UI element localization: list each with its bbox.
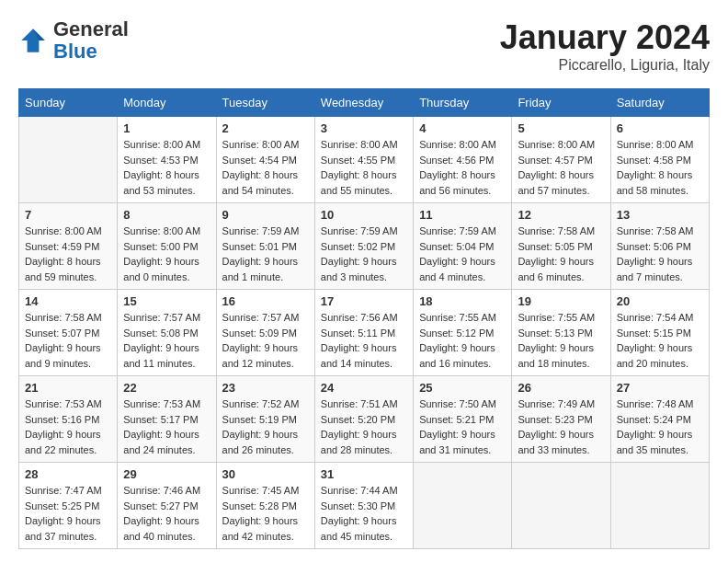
weekday-header-row: SundayMondayTuesdayWednesdayThursdayFrid… xyxy=(19,89,710,117)
calendar-week-row: 28Sunrise: 7:47 AM Sunset: 5:25 PM Dayli… xyxy=(19,463,710,549)
day-number: 14 xyxy=(25,294,111,308)
calendar-table: SundayMondayTuesdayWednesdayThursdayFrid… xyxy=(18,88,710,549)
day-info: Sunrise: 7:52 AM Sunset: 5:19 PM Dayligh… xyxy=(222,396,309,457)
day-info: Sunrise: 7:58 AM Sunset: 5:07 PM Dayligh… xyxy=(25,310,111,371)
day-info: Sunrise: 7:44 AM Sunset: 5:30 PM Dayligh… xyxy=(321,483,407,544)
day-info: Sunrise: 7:51 AM Sunset: 5:20 PM Dayligh… xyxy=(321,396,407,457)
calendar-day-cell: 14Sunrise: 7:58 AM Sunset: 5:07 PM Dayli… xyxy=(19,290,118,376)
location-subtitle: Piccarello, Liguria, Italy xyxy=(500,57,710,74)
calendar-day-cell: 27Sunrise: 7:48 AM Sunset: 5:24 PM Dayli… xyxy=(610,376,709,463)
day-number: 15 xyxy=(123,294,210,308)
day-info: Sunrise: 7:49 AM Sunset: 5:23 PM Dayligh… xyxy=(518,396,604,457)
day-info: Sunrise: 7:58 AM Sunset: 5:05 PM Dayligh… xyxy=(518,224,604,284)
day-info: Sunrise: 7:55 AM Sunset: 5:12 PM Dayligh… xyxy=(419,310,506,371)
weekday-header-cell: Saturday xyxy=(610,89,709,117)
calendar-day-cell: 20Sunrise: 7:54 AM Sunset: 5:15 PM Dayli… xyxy=(610,290,709,376)
day-number: 22 xyxy=(123,381,210,395)
calendar-day-cell: 3Sunrise: 8:00 AM Sunset: 4:55 PM Daylig… xyxy=(314,117,413,203)
page-header: General Blue January 2024 Piccarello, Li… xyxy=(18,18,710,74)
calendar-day-cell: 15Sunrise: 7:57 AM Sunset: 5:08 PM Dayli… xyxy=(118,290,216,376)
logo-text-general: General xyxy=(53,17,129,40)
day-info: Sunrise: 7:54 AM Sunset: 5:15 PM Dayligh… xyxy=(617,310,703,371)
weekday-header-cell: Friday xyxy=(512,89,610,117)
calendar-day-cell: 29Sunrise: 7:46 AM Sunset: 5:27 PM Dayli… xyxy=(118,463,216,549)
day-number: 6 xyxy=(617,121,703,135)
calendar-day-cell: 22Sunrise: 7:53 AM Sunset: 5:17 PM Dayli… xyxy=(118,376,216,463)
day-info: Sunrise: 7:58 AM Sunset: 5:06 PM Dayligh… xyxy=(617,224,703,284)
calendar-day-cell xyxy=(414,463,512,549)
logo: General Blue xyxy=(18,18,129,63)
day-number: 5 xyxy=(518,121,604,135)
calendar-day-cell: 16Sunrise: 7:57 AM Sunset: 5:09 PM Dayli… xyxy=(216,290,314,376)
day-info: Sunrise: 8:00 AM Sunset: 4:53 PM Dayligh… xyxy=(123,137,210,198)
calendar-day-cell xyxy=(610,463,709,549)
day-number: 20 xyxy=(617,294,703,308)
calendar-day-cell: 28Sunrise: 7:47 AM Sunset: 5:25 PM Dayli… xyxy=(19,463,118,549)
logo-icon xyxy=(18,26,48,55)
day-info: Sunrise: 7:46 AM Sunset: 5:27 PM Dayligh… xyxy=(123,483,210,544)
logo-text-blue: Blue xyxy=(53,40,97,63)
day-info: Sunrise: 8:00 AM Sunset: 4:55 PM Dayligh… xyxy=(321,137,407,198)
calendar-day-cell: 5Sunrise: 8:00 AM Sunset: 4:57 PM Daylig… xyxy=(512,117,610,203)
calendar-day-cell: 18Sunrise: 7:55 AM Sunset: 5:12 PM Dayli… xyxy=(414,290,512,376)
day-info: Sunrise: 7:59 AM Sunset: 5:02 PM Dayligh… xyxy=(321,224,407,284)
calendar-week-row: 1Sunrise: 8:00 AM Sunset: 4:53 PM Daylig… xyxy=(19,117,710,203)
calendar-day-cell: 4Sunrise: 8:00 AM Sunset: 4:56 PM Daylig… xyxy=(414,117,512,203)
day-number: 16 xyxy=(222,294,309,308)
day-number: 18 xyxy=(419,294,506,308)
day-info: Sunrise: 7:47 AM Sunset: 5:25 PM Dayligh… xyxy=(25,483,111,544)
day-info: Sunrise: 7:48 AM Sunset: 5:24 PM Dayligh… xyxy=(617,396,703,457)
calendar-day-cell: 9Sunrise: 7:59 AM Sunset: 5:01 PM Daylig… xyxy=(216,203,314,290)
day-number: 25 xyxy=(419,381,506,395)
calendar-week-row: 7Sunrise: 8:00 AM Sunset: 4:59 PM Daylig… xyxy=(19,203,710,290)
calendar-week-row: 14Sunrise: 7:58 AM Sunset: 5:07 PM Dayli… xyxy=(19,290,710,376)
day-number: 1 xyxy=(123,121,210,135)
day-number: 2 xyxy=(222,121,309,135)
day-info: Sunrise: 7:56 AM Sunset: 5:11 PM Dayligh… xyxy=(321,310,407,371)
weekday-header-cell: Monday xyxy=(118,89,216,117)
day-info: Sunrise: 8:00 AM Sunset: 4:57 PM Dayligh… xyxy=(518,137,604,198)
day-number: 9 xyxy=(222,208,309,222)
day-number: 29 xyxy=(123,467,210,481)
weekday-header-cell: Tuesday xyxy=(216,89,314,117)
calendar-day-cell xyxy=(512,463,610,549)
calendar-day-cell: 19Sunrise: 7:55 AM Sunset: 5:13 PM Dayli… xyxy=(512,290,610,376)
calendar-day-cell: 25Sunrise: 7:50 AM Sunset: 5:21 PM Dayli… xyxy=(414,376,512,463)
day-number: 21 xyxy=(25,381,111,395)
calendar-day-cell: 12Sunrise: 7:58 AM Sunset: 5:05 PM Dayli… xyxy=(512,203,610,290)
day-number: 31 xyxy=(321,467,407,481)
day-number: 13 xyxy=(617,208,703,222)
day-number: 10 xyxy=(321,208,407,222)
calendar-body: 1Sunrise: 8:00 AM Sunset: 4:53 PM Daylig… xyxy=(19,117,710,549)
calendar-day-cell: 31Sunrise: 7:44 AM Sunset: 5:30 PM Dayli… xyxy=(314,463,413,549)
calendar-day-cell: 17Sunrise: 7:56 AM Sunset: 5:11 PM Dayli… xyxy=(314,290,413,376)
calendar-day-cell: 7Sunrise: 8:00 AM Sunset: 4:59 PM Daylig… xyxy=(19,203,118,290)
day-info: Sunrise: 8:00 AM Sunset: 4:54 PM Dayligh… xyxy=(222,137,309,198)
calendar-day-cell xyxy=(19,117,118,203)
day-info: Sunrise: 7:55 AM Sunset: 5:13 PM Dayligh… xyxy=(518,310,604,371)
day-number: 11 xyxy=(419,208,506,222)
day-info: Sunrise: 8:00 AM Sunset: 4:56 PM Dayligh… xyxy=(419,137,506,198)
calendar-day-cell: 6Sunrise: 8:00 AM Sunset: 4:58 PM Daylig… xyxy=(610,117,709,203)
title-block: January 2024 Piccarello, Liguria, Italy xyxy=(500,18,710,74)
calendar-day-cell: 2Sunrise: 8:00 AM Sunset: 4:54 PM Daylig… xyxy=(216,117,314,203)
day-info: Sunrise: 8:00 AM Sunset: 5:00 PM Dayligh… xyxy=(123,224,210,284)
day-number: 17 xyxy=(321,294,407,308)
calendar-day-cell: 11Sunrise: 7:59 AM Sunset: 5:04 PM Dayli… xyxy=(414,203,512,290)
calendar-week-row: 21Sunrise: 7:53 AM Sunset: 5:16 PM Dayli… xyxy=(19,376,710,463)
day-info: Sunrise: 7:57 AM Sunset: 5:09 PM Dayligh… xyxy=(222,310,309,371)
day-number: 7 xyxy=(25,208,111,222)
day-number: 4 xyxy=(419,121,506,135)
day-info: Sunrise: 8:00 AM Sunset: 4:59 PM Dayligh… xyxy=(25,224,111,284)
day-number: 8 xyxy=(123,208,210,222)
calendar-day-cell: 23Sunrise: 7:52 AM Sunset: 5:19 PM Dayli… xyxy=(216,376,314,463)
calendar-day-cell: 24Sunrise: 7:51 AM Sunset: 5:20 PM Dayli… xyxy=(314,376,413,463)
day-number: 24 xyxy=(321,381,407,395)
day-info: Sunrise: 7:59 AM Sunset: 5:04 PM Dayligh… xyxy=(419,224,506,284)
day-number: 26 xyxy=(518,381,604,395)
calendar-day-cell: 26Sunrise: 7:49 AM Sunset: 5:23 PM Dayli… xyxy=(512,376,610,463)
day-info: Sunrise: 8:00 AM Sunset: 4:58 PM Dayligh… xyxy=(617,137,703,198)
day-info: Sunrise: 7:53 AM Sunset: 5:17 PM Dayligh… xyxy=(123,396,210,457)
weekday-header-cell: Sunday xyxy=(19,89,118,117)
day-info: Sunrise: 7:50 AM Sunset: 5:21 PM Dayligh… xyxy=(419,396,506,457)
